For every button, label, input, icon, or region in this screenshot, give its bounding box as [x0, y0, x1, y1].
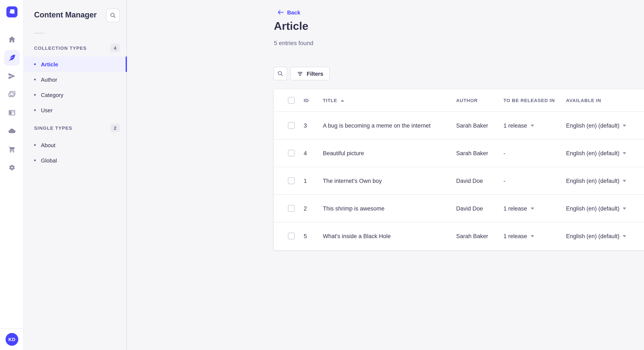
bullet-icon — [34, 144, 36, 146]
sidebar-divider — [34, 33, 44, 34]
cell-released: - — [504, 150, 566, 156]
filter-icon — [297, 70, 303, 77]
sidebar-item-category[interactable]: Category — [24, 87, 126, 103]
cell-available[interactable]: English (en) (default) — [566, 177, 644, 184]
single-types-header: SINGLE TYPES 2 — [24, 124, 126, 132]
sort-ascending-icon[interactable] — [340, 99, 344, 101]
column-header-id[interactable]: ID — [304, 98, 323, 103]
cell-released[interactable]: 1 release — [504, 122, 566, 129]
cell-author: Sarah Baker — [456, 150, 504, 156]
cell-id: 2 — [304, 205, 323, 212]
chevron-down-icon — [530, 235, 534, 237]
row-checkbox[interactable] — [288, 150, 295, 157]
bullet-icon — [34, 109, 36, 111]
marketplace-cart-icon[interactable] — [4, 142, 20, 157]
column-header-title[interactable]: TITLE — [323, 98, 456, 103]
filters-button[interactable]: Filters — [290, 67, 330, 80]
table-row[interactable]: 2 This shrimp is awesome David Doe 1 rel… — [274, 194, 644, 222]
table-header-row: ID TITLE AUTHOR TO BE RELEASED IN AVAILA… — [274, 89, 644, 111]
chevron-down-icon — [623, 207, 626, 209]
sidebar-search-button[interactable] — [106, 8, 120, 22]
search-icon — [277, 70, 284, 77]
sidebar-item-label: User — [41, 107, 52, 113]
cell-released[interactable]: 1 release — [504, 205, 566, 212]
cell-available[interactable]: English (en) (default) — [566, 122, 644, 129]
entries-count: 5 entries found — [274, 39, 313, 46]
bullet-icon — [34, 160, 36, 161]
sidebar-item-article[interactable]: Article — [24, 57, 126, 72]
bullet-icon — [34, 79, 36, 80]
strapi-logo-glyph — [6, 6, 18, 17]
strapi-logo[interactable] — [6, 6, 18, 17]
cell-available[interactable]: English (en) (default) — [566, 150, 644, 156]
bullet-icon — [34, 94, 36, 96]
chevron-down-icon — [623, 124, 626, 127]
cell-title: This shrimp is awesome — [323, 205, 456, 212]
cell-title: Beautiful picture — [323, 150, 456, 156]
column-header-author[interactable]: AUTHOR — [456, 98, 504, 103]
content-manager-feather-icon[interactable] — [4, 50, 20, 65]
cell-title: A bug is becoming a meme on the internet — [323, 122, 456, 129]
cell-id: 3 — [304, 122, 323, 129]
column-header-available[interactable]: AVAILABLE IN — [566, 98, 644, 103]
row-checkbox[interactable] — [288, 233, 295, 239]
cell-title: The internet's Own boy — [323, 177, 456, 184]
row-checkbox[interactable] — [288, 205, 295, 212]
cell-available[interactable]: English (en) (default) — [566, 205, 644, 212]
cell-available[interactable]: English (en) (default) — [566, 233, 644, 239]
home-icon[interactable] — [4, 32, 20, 47]
cell-author: David Doe — [456, 205, 504, 212]
row-checkbox[interactable] — [288, 122, 295, 129]
deploy-cloud-icon[interactable] — [4, 123, 20, 139]
cell-id: 5 — [304, 233, 323, 239]
sidebar-item-global[interactable]: Global — [24, 153, 126, 168]
sidebar-item-label: Global — [41, 157, 57, 164]
search-icon — [110, 12, 116, 19]
user-avatar[interactable]: KD — [6, 333, 18, 346]
sidebar-item-author[interactable]: Author — [24, 72, 126, 87]
table-row[interactable]: 1 The internet's Own boy David Doe - Eng… — [274, 167, 644, 194]
releases-paper-plane-icon[interactable] — [4, 68, 20, 84]
back-label: Back — [287, 9, 300, 15]
single-types-list: About Global — [24, 137, 126, 168]
table-row[interactable]: 3 A bug is becoming a meme on the intern… — [274, 111, 644, 139]
single-types-count-badge: 2 — [110, 124, 120, 132]
content-manager-sidebar: Content Manager COLLECTION TYPES 4 Artic… — [24, 0, 127, 350]
arrow-left-icon — [277, 9, 284, 16]
sidebar-item-user[interactable]: User — [24, 103, 126, 118]
entries-table: ID TITLE AUTHOR TO BE RELEASED IN AVAILA… — [274, 89, 644, 250]
table-row[interactable]: 4 Beautiful picture Sarah Baker - Englis… — [274, 139, 644, 167]
table-row[interactable]: 5 What's inside a Black Hole Sarah Baker… — [274, 222, 644, 250]
main-content: Back Article 5 entries found Create new … — [127, 0, 644, 350]
cell-title: What's inside a Black Hole — [323, 233, 456, 239]
sidebar-item-label: About — [41, 142, 55, 148]
rail-footer: KD — [0, 328, 24, 350]
sidebar-header: Content Manager — [24, 0, 126, 22]
chevron-down-icon — [623, 152, 626, 154]
collection-types-count-badge: 4 — [110, 44, 120, 52]
sidebar-item-label: Article — [41, 61, 58, 67]
row-checkbox[interactable] — [288, 177, 295, 184]
single-types-label: SINGLE TYPES — [34, 126, 72, 131]
table-search-button[interactable] — [274, 67, 287, 80]
chevron-down-icon — [623, 235, 626, 237]
content-type-builder-layout-icon[interactable] — [4, 105, 20, 120]
collection-types-header: COLLECTION TYPES 4 — [24, 44, 126, 52]
sidebar-item-about[interactable]: About — [24, 137, 126, 153]
cell-released: - — [504, 177, 566, 184]
media-library-images-icon[interactable] — [4, 87, 20, 102]
cell-released[interactable]: 1 release — [504, 233, 566, 239]
sidebar-item-label: Category — [41, 92, 64, 98]
back-link[interactable]: Back — [277, 9, 300, 16]
settings-gear-icon[interactable] — [4, 160, 20, 175]
app-root: KD Content Manager COLLECTION TYPES 4 Ar… — [0, 0, 644, 350]
chevron-down-icon — [530, 124, 534, 127]
select-all-checkbox[interactable] — [288, 97, 295, 104]
cell-author: David Doe — [456, 177, 504, 184]
app-rail: KD — [0, 0, 24, 350]
chevron-down-icon — [623, 180, 626, 182]
sidebar-item-label: Author — [41, 76, 57, 83]
column-header-released[interactable]: TO BE RELEASED IN — [504, 98, 566, 103]
cell-id: 4 — [304, 150, 323, 156]
sidebar-title: Content Manager — [34, 10, 97, 19]
